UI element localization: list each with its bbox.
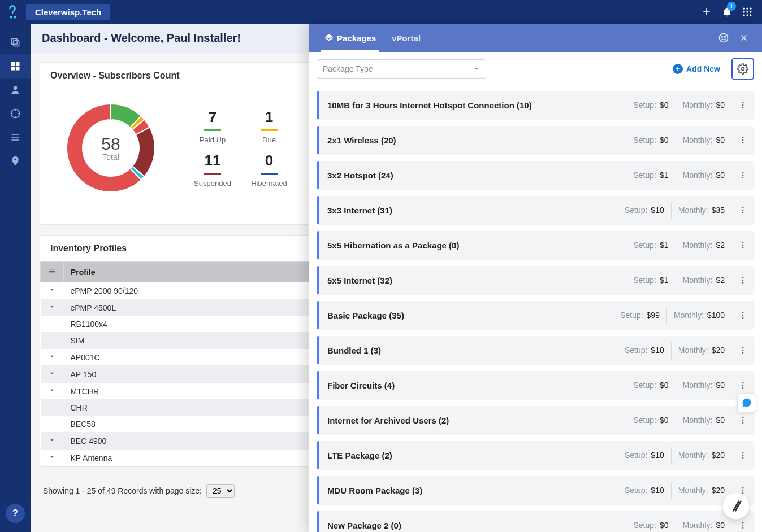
sidebar-item-copies[interactable] bbox=[0, 30, 31, 54]
more-vert-icon[interactable] bbox=[731, 101, 754, 110]
table-menu-header[interactable] bbox=[41, 262, 64, 282]
expand-toggle[interactable] bbox=[41, 316, 64, 333]
svg-point-24 bbox=[742, 137, 744, 138]
svg-point-5 bbox=[750, 11, 751, 12]
smiley-icon[interactable] bbox=[713, 28, 734, 48]
apps-grid-icon[interactable] bbox=[737, 2, 757, 22]
svg-point-53 bbox=[742, 457, 744, 459]
monthly-fee: Monthly:$20 bbox=[671, 482, 731, 499]
more-vert-icon[interactable] bbox=[731, 206, 754, 215]
expand-toggle[interactable] bbox=[41, 282, 64, 299]
svg-point-18 bbox=[722, 37, 723, 38]
setup-fee: Setup:$1 bbox=[626, 237, 675, 254]
svg-point-39 bbox=[742, 312, 744, 313]
close-icon[interactable] bbox=[734, 28, 754, 48]
monthly-fee: Monthly:$0 bbox=[676, 377, 732, 394]
svg-point-2 bbox=[750, 8, 751, 10]
package-card[interactable]: New Package 2 (0) Setup:$0 Monthly:$0 bbox=[317, 511, 754, 532]
svg-point-27 bbox=[742, 172, 744, 173]
sidebar-item-location[interactable] bbox=[0, 149, 31, 173]
svg-point-32 bbox=[742, 212, 744, 213]
package-card[interactable]: Fiber Circuits (4) Setup:$0 Monthly:$0 bbox=[317, 371, 754, 399]
package-name: MDU Room Package (3) bbox=[319, 486, 618, 495]
brand-button[interactable]: Cleverwisp.Tech bbox=[26, 4, 110, 20]
more-vert-icon[interactable] bbox=[731, 346, 754, 355]
setup-fee: Setup:$0 bbox=[626, 412, 675, 429]
cell-profile: AP001C bbox=[64, 349, 317, 366]
tab-vportal[interactable]: vPortal bbox=[384, 24, 428, 52]
package-name: 5x5 Internet (32) bbox=[319, 276, 626, 285]
bell-icon[interactable]: 1 bbox=[717, 2, 737, 22]
expand-toggle[interactable] bbox=[41, 299, 64, 316]
package-name: New Package 2 (0) bbox=[319, 521, 626, 530]
sidebar-item-support[interactable] bbox=[0, 102, 31, 125]
col-profile[interactable]: Profile bbox=[64, 262, 317, 282]
package-card[interactable]: Internet for Archived Users (2) Setup:$0… bbox=[317, 406, 754, 434]
stat-label: Due bbox=[244, 136, 295, 144]
gear-icon[interactable] bbox=[731, 58, 754, 80]
fab-button[interactable] bbox=[722, 492, 750, 520]
setup-fee: Setup:$10 bbox=[618, 342, 671, 359]
expand-toggle[interactable] bbox=[41, 400, 64, 416]
expand-toggle[interactable] bbox=[41, 349, 64, 366]
sidebar-item-user[interactable] bbox=[0, 78, 31, 102]
expand-toggle[interactable] bbox=[41, 366, 64, 383]
expand-toggle[interactable] bbox=[41, 433, 64, 450]
package-card[interactable]: 3x2 Hotspot (24) Setup:$1 Monthly:$0 bbox=[317, 161, 754, 189]
package-card[interactable]: MDU Room Package (3) Setup:$10 Monthly:$… bbox=[317, 476, 754, 504]
expand-toggle[interactable] bbox=[41, 450, 64, 466]
package-card[interactable]: Basic Package (35) Setup:$99 Monthly:$10… bbox=[317, 301, 754, 329]
svg-point-43 bbox=[742, 350, 744, 351]
package-card[interactable]: 2x1 Wireless (20) Setup:$0 Monthly:$0 bbox=[317, 126, 754, 154]
stat-cell: 11 Suspended bbox=[187, 152, 238, 187]
page-size-select[interactable]: 25 bbox=[206, 484, 235, 498]
setup-fee: Setup:$1 bbox=[626, 167, 675, 184]
stat-value: 1 bbox=[244, 108, 295, 126]
add-new-button[interactable]: + Add New bbox=[673, 64, 720, 74]
package-card[interactable]: 5x5 Internet (32) Setup:$1 Monthly:$2 bbox=[317, 266, 754, 294]
package-card[interactable]: 5x5 Hibernation as a Package (0) Setup:$… bbox=[317, 231, 754, 259]
add-icon[interactable] bbox=[696, 2, 717, 22]
sidebar-item-dashboard[interactable] bbox=[0, 54, 31, 78]
svg-point-57 bbox=[742, 522, 744, 524]
package-card[interactable]: 10MB for 3 Hours Internet Hotspot Connec… bbox=[317, 91, 754, 119]
monthly-fee: Monthly:$0 bbox=[676, 97, 732, 114]
package-card[interactable]: Bundled 1 (3) Setup:$10 Monthly:$20 bbox=[317, 336, 754, 364]
svg-point-51 bbox=[742, 452, 744, 453]
package-card[interactable]: 3x3 Internet (31) Setup:$10 Monthly:$35 bbox=[317, 196, 754, 224]
svg-point-20 bbox=[742, 68, 744, 71]
monthly-fee: Monthly:$100 bbox=[666, 307, 731, 324]
expand-toggle[interactable] bbox=[41, 383, 64, 400]
chat-bubble-icon[interactable] bbox=[737, 393, 756, 412]
more-vert-icon[interactable] bbox=[731, 521, 754, 530]
more-vert-icon[interactable] bbox=[731, 416, 754, 425]
monthly-fee: Monthly:$0 bbox=[676, 517, 732, 532]
more-vert-icon[interactable] bbox=[731, 241, 754, 250]
stat-label: Hibernated bbox=[244, 179, 295, 187]
sidebar: ? bbox=[0, 24, 31, 532]
package-name: 2x1 Wireless (20) bbox=[319, 136, 626, 145]
svg-point-8 bbox=[750, 14, 751, 16]
tab-packages[interactable]: Packages bbox=[317, 24, 384, 52]
sidebar-item-list[interactable] bbox=[0, 125, 31, 149]
more-vert-icon[interactable] bbox=[731, 171, 754, 180]
logo-foot-icon bbox=[5, 4, 20, 20]
svg-point-21 bbox=[742, 102, 744, 103]
more-vert-icon[interactable] bbox=[731, 136, 754, 145]
package-type-select[interactable]: Package Type bbox=[317, 59, 486, 79]
expand-toggle[interactable] bbox=[41, 416, 64, 433]
svg-point-30 bbox=[742, 207, 744, 208]
cell-profile: BEC 4900 bbox=[64, 433, 317, 450]
svg-point-56 bbox=[742, 492, 744, 494]
more-vert-icon[interactable] bbox=[731, 451, 754, 460]
monthly-fee: Monthly:$0 bbox=[676, 412, 732, 429]
more-vert-icon[interactable] bbox=[731, 311, 754, 320]
more-vert-icon[interactable] bbox=[731, 381, 754, 390]
expand-toggle[interactable] bbox=[41, 333, 64, 349]
svg-point-6 bbox=[743, 14, 745, 16]
more-vert-icon[interactable] bbox=[731, 276, 754, 285]
stat-cell: 1 Due bbox=[244, 108, 295, 144]
help-icon[interactable]: ? bbox=[6, 504, 25, 523]
stat-cell: 7 Paid Up bbox=[187, 108, 238, 144]
package-card[interactable]: LTE Package (2) Setup:$10 Monthly:$20 bbox=[317, 441, 754, 469]
